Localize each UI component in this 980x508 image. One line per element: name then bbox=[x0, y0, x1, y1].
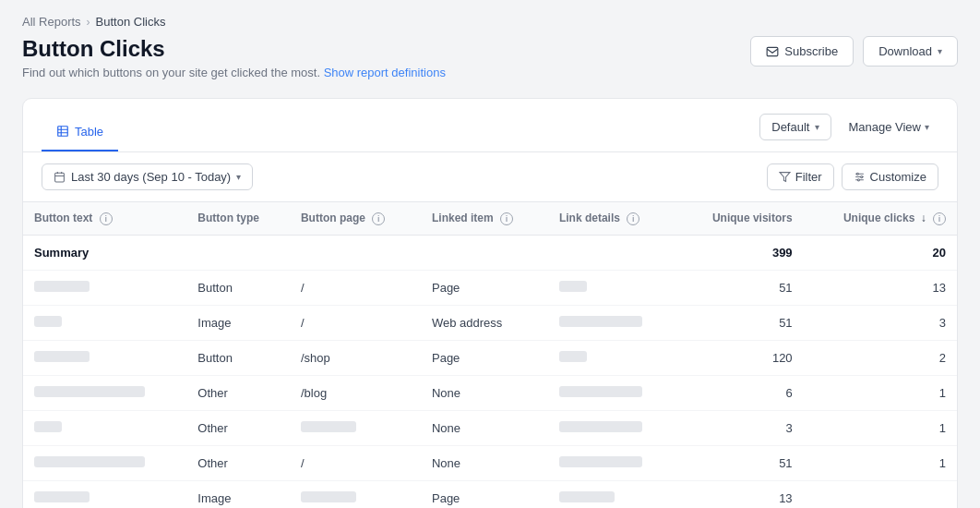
cell-linked-item: Page bbox=[421, 270, 548, 305]
cell-link-details bbox=[548, 270, 677, 305]
cell-unique-visitors: 51 bbox=[677, 270, 803, 305]
summary-unique-clicks: 20 bbox=[804, 235, 957, 270]
filter-label: Filter bbox=[795, 170, 822, 184]
col-unique-visitors[interactable]: Unique visitors bbox=[677, 202, 803, 235]
cell-button-text bbox=[23, 480, 186, 508]
page-header: Button Clicks Find out which buttons on … bbox=[22, 36, 958, 79]
cell-link-details bbox=[548, 480, 677, 508]
table-row: Other / None 51 1 bbox=[23, 445, 957, 480]
cell-button-text bbox=[23, 340, 186, 375]
cell-unique-visitors: 6 bbox=[677, 375, 803, 410]
tab-table-label: Table bbox=[75, 125, 103, 139]
table-row: Other None 3 1 bbox=[23, 410, 957, 445]
summary-unique-visitors: 399 bbox=[677, 235, 803, 270]
card-top: Table Default ▾ Manage View ▾ bbox=[23, 99, 957, 152]
cell-linked-item: Page bbox=[421, 340, 548, 375]
cell-button-page: /shop bbox=[290, 340, 421, 375]
cell-unique-visitors: 51 bbox=[677, 305, 803, 340]
svg-rect-5 bbox=[55, 173, 65, 182]
customize-label: Customize bbox=[870, 170, 926, 184]
cell-button-text bbox=[23, 410, 186, 445]
cell-linked-item: Page bbox=[421, 480, 548, 508]
cell-button-page: / bbox=[290, 305, 421, 340]
cell-button-type: Image bbox=[186, 305, 290, 340]
cell-unique-clicks: 13 bbox=[804, 270, 957, 305]
table-row-summary: Summary 399 20 bbox=[23, 235, 957, 270]
cell-unique-clicks: 1 bbox=[804, 445, 957, 480]
svg-point-15 bbox=[857, 179, 859, 181]
linked-item-info-icon[interactable]: i bbox=[500, 212, 513, 225]
cell-button-text bbox=[23, 375, 186, 410]
cell-button-page bbox=[290, 480, 421, 508]
cell-unique-visitors: 120 bbox=[677, 340, 803, 375]
cell-button-type: Image bbox=[186, 480, 290, 508]
table-row: Image / Web address 51 3 bbox=[23, 305, 957, 340]
col-linked-item: Linked item i bbox=[421, 202, 548, 235]
show-definitions-link[interactable]: Show report definitions bbox=[324, 66, 446, 79]
page-title: Button Clicks bbox=[22, 36, 446, 62]
page-container: All Reports › Button Clicks Button Click… bbox=[0, 0, 980, 508]
cell-button-text bbox=[23, 305, 186, 340]
data-table: Button text i Button type Button page i … bbox=[23, 202, 957, 508]
date-range-filter[interactable]: Last 30 days (Sep 10 - Today) ▾ bbox=[42, 163, 253, 190]
breadcrumb-parent[interactable]: All Reports bbox=[22, 15, 81, 29]
table-row: Image Page 13 bbox=[23, 480, 957, 508]
table-row: Button /shop Page 120 2 bbox=[23, 340, 957, 375]
customize-icon bbox=[854, 171, 866, 183]
page-title-section: Button Clicks Find out which buttons on … bbox=[22, 36, 446, 79]
download-button[interactable]: Download ▾ bbox=[863, 36, 958, 67]
cell-unique-clicks: 1 bbox=[804, 410, 957, 445]
cell-button-type: Other bbox=[186, 375, 290, 410]
cell-linked-item: Web address bbox=[421, 305, 548, 340]
filter-bar: Last 30 days (Sep 10 - Today) ▾ Filter bbox=[23, 152, 957, 202]
cell-unique-visitors: 3 bbox=[677, 410, 803, 445]
manage-view-label: Manage View bbox=[848, 120, 921, 134]
svg-point-14 bbox=[860, 175, 862, 177]
cell-unique-clicks bbox=[804, 480, 957, 508]
subscribe-button[interactable]: Subscribe bbox=[750, 36, 854, 67]
cell-button-text bbox=[23, 270, 186, 305]
button-text-info-icon[interactable]: i bbox=[100, 212, 113, 225]
subscribe-label: Subscribe bbox=[784, 44, 838, 58]
customize-button[interactable]: Customize bbox=[842, 163, 938, 190]
breadcrumb: All Reports › Button Clicks bbox=[22, 15, 958, 29]
table-row: Other /blog None 6 1 bbox=[23, 375, 957, 410]
filter-icon bbox=[779, 171, 791, 183]
svg-point-13 bbox=[856, 173, 858, 175]
cell-link-details bbox=[548, 340, 677, 375]
subtitle-text: Find out which buttons on your site get … bbox=[22, 66, 320, 79]
cell-unique-clicks: 1 bbox=[804, 375, 957, 410]
svg-rect-0 bbox=[768, 47, 779, 55]
link-details-info-icon[interactable]: i bbox=[627, 212, 639, 225]
cell-linked-item: None bbox=[421, 375, 548, 410]
breadcrumb-separator: › bbox=[87, 16, 90, 29]
table-header-row: Button text i Button type Button page i … bbox=[23, 202, 957, 235]
summary-label: Summary bbox=[23, 235, 677, 270]
tabs: Table bbox=[42, 115, 118, 151]
default-view-select[interactable]: Default ▾ bbox=[759, 114, 831, 140]
calendar-icon bbox=[54, 171, 66, 183]
cell-unique-clicks: 2 bbox=[804, 340, 957, 375]
cell-link-details bbox=[548, 410, 677, 445]
svg-rect-1 bbox=[58, 127, 68, 137]
button-page-info-icon[interactable]: i bbox=[372, 212, 385, 225]
col-unique-clicks[interactable]: Unique clicks ↓ i bbox=[804, 202, 957, 235]
cell-button-text bbox=[23, 445, 186, 480]
col-button-type: Button type bbox=[186, 202, 290, 235]
filter-button[interactable]: Filter bbox=[767, 163, 834, 190]
unique-clicks-info-icon[interactable]: i bbox=[933, 212, 946, 225]
cell-link-details bbox=[548, 305, 677, 340]
cell-link-details bbox=[548, 375, 677, 410]
breadcrumb-current: Button Clicks bbox=[96, 15, 166, 29]
cell-button-page: / bbox=[290, 270, 421, 305]
cell-button-type: Button bbox=[186, 340, 290, 375]
cell-button-type: Button bbox=[186, 270, 290, 305]
sort-arrow-icon: ↓ bbox=[921, 212, 926, 224]
tab-table[interactable]: Table bbox=[42, 115, 118, 151]
manage-view-button[interactable]: Manage View ▾ bbox=[839, 115, 938, 139]
cell-link-details bbox=[548, 445, 677, 480]
cell-button-page bbox=[290, 410, 421, 445]
chevron-down-icon: ▾ bbox=[938, 46, 942, 56]
table-icon bbox=[56, 125, 69, 138]
cell-unique-visitors: 13 bbox=[677, 480, 803, 508]
